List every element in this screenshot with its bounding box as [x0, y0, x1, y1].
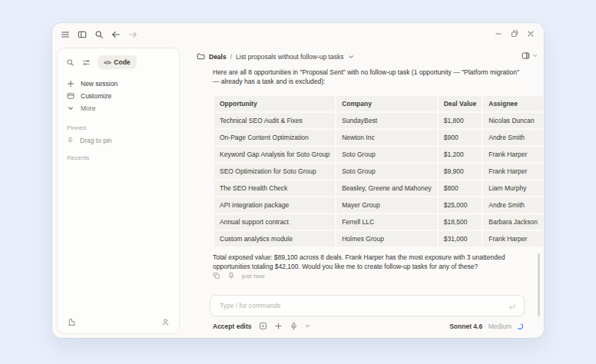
cell-assignee: Andre Smith — [483, 130, 543, 145]
sidebar-item-more[interactable]: More — [62, 102, 174, 114]
workspace-icon[interactable] — [67, 317, 76, 326]
close-icon[interactable] — [526, 29, 535, 38]
panel-right-toggle[interactable] — [522, 51, 538, 60]
pin-icon — [67, 137, 74, 144]
cell-opportunity: Technical SEO Audit & Fixes — [214, 113, 335, 128]
cell-deal-value: $25,000 — [439, 197, 482, 213]
message-timestamp: just now — [242, 273, 264, 280]
cell-assignee: Barbara Jackson — [483, 214, 543, 230]
window-controls — [494, 29, 535, 38]
filter-icon[interactable] — [81, 58, 91, 67]
table-row: Annual support contract Ferrell LLC $18,… — [214, 214, 543, 230]
restore-icon[interactable] — [510, 29, 518, 38]
cell-assignee: Frank Harper — [483, 231, 543, 247]
cell-company: Beasley, Greene and Mahoney — [336, 180, 437, 196]
column-header-company: Company — [336, 96, 437, 111]
table-header-row: Opportunity Company Deal Value Assignee — [214, 96, 543, 111]
cell-deal-value: $18,500 — [439, 214, 482, 230]
sidebar-nav: New session Customize More — [58, 74, 179, 114]
cell-company: Soto Group — [336, 147, 437, 162]
drag-to-pin-hint: Drag to pin — [58, 137, 179, 144]
assistant-message-summary: Total exposed value: $89,100 across 8 de… — [213, 253, 523, 271]
recents-section-label: Recents — [58, 154, 179, 161]
cell-opportunity: Custom analytics module — [214, 231, 335, 247]
table-row: API integration package Mayer Group $25,… — [214, 197, 543, 213]
composer-toolbar-left: Accept edits — [213, 322, 310, 330]
cell-deal-value: $1,200 — [439, 147, 482, 162]
cell-assignee: Andre Smith — [483, 197, 543, 213]
chevron-down-icon — [66, 104, 74, 113]
composer — [210, 295, 525, 316]
sidebar-item-label: New session — [81, 80, 118, 88]
pin-icon[interactable] — [227, 272, 235, 280]
cell-assignee: Frank Harper — [483, 164, 543, 179]
history-search-icon[interactable] — [65, 58, 74, 67]
code-mode-badge[interactable]: </> Code — [98, 55, 137, 69]
cell-opportunity: SEO Optimization for Soto Group — [214, 164, 335, 179]
titlebar-left — [60, 29, 138, 40]
chevron-down-icon — [348, 54, 354, 60]
account-icon[interactable] — [161, 317, 170, 326]
breadcrumb-page-title[interactable]: List proposals without follow-up tasks — [236, 53, 343, 61]
copy-icon[interactable] — [213, 272, 220, 280]
cell-deal-value: $9,900 — [439, 164, 482, 179]
command-input[interactable] — [210, 296, 524, 316]
loading-spinner-icon — [516, 323, 524, 330]
column-header-assignee: Assignee — [483, 96, 543, 111]
search-icon[interactable] — [94, 29, 104, 40]
menu-icon[interactable] — [60, 29, 71, 40]
cell-assignee: Nicolas Duncan — [483, 113, 543, 128]
table-row: The SEO Health Check Beasley, Greene and… — [214, 180, 543, 196]
edit-mode-icon[interactable] — [259, 322, 267, 330]
breadcrumb[interactable]: Deals / List proposals without follow-up… — [197, 52, 354, 61]
forward-icon[interactable] — [127, 29, 138, 40]
assistant-message-intro: Here are all 8 opportunities in "Proposa… — [213, 68, 523, 86]
panel-right-icon — [522, 51, 530, 60]
back-icon[interactable] — [111, 29, 121, 40]
sidebar-footer — [67, 317, 170, 326]
table-row: Technical SEO Audit & Fixes SundayBest $… — [214, 113, 543, 128]
chevron-down-icon[interactable] — [305, 323, 310, 329]
attach-plus-icon[interactable] — [274, 322, 283, 330]
folder-icon — [197, 52, 205, 61]
drag-to-pin-label: Drag to pin — [80, 137, 112, 144]
panel-left-icon[interactable] — [77, 29, 88, 40]
cell-company: Mayer Group — [336, 197, 437, 213]
composer-toolbar-right: Sonnet 4.6 · Medium — [449, 323, 524, 330]
table-row: Custom analytics module Holmes Group $31… — [214, 231, 543, 247]
column-header-deal-value: Deal Value — [439, 96, 482, 111]
cell-company: Ferrell LLC — [336, 214, 437, 230]
sidebar-item-new-session[interactable]: New session — [62, 78, 174, 90]
breadcrumb-root[interactable]: Deals — [209, 53, 227, 61]
cell-company: Holmes Group — [336, 231, 437, 247]
sidebar: </> Code New session Customize — [57, 48, 180, 334]
minimize-icon[interactable] — [494, 29, 502, 38]
sidebar-item-label: More — [81, 104, 95, 112]
app-window: </> Code New session Customize — [52, 23, 544, 338]
code-badge-label: Code — [114, 58, 130, 66]
microphone-icon[interactable] — [290, 322, 298, 330]
cell-opportunity: The SEO Health Check — [214, 180, 335, 196]
content-scrollbar[interactable] — [538, 253, 540, 316]
table-row: SEO Optimization for Soto Group Soto Gro… — [214, 164, 543, 179]
cell-opportunity: Annual support contract — [214, 214, 335, 230]
table-row: Keyword Gap Analysis for Soto Group Soto… — [214, 147, 543, 162]
pinned-section-label: Pinned — [58, 124, 179, 131]
cell-assignee: Frank Harper — [483, 147, 543, 162]
model-separator: · — [485, 323, 487, 330]
cell-opportunity: On-Page Content Optimization — [214, 130, 335, 145]
customize-icon — [66, 92, 74, 101]
cell-assignee: Liam Murphy — [483, 180, 543, 196]
table-row: On-Page Content Optimization Newton Inc … — [214, 130, 543, 145]
sidebar-item-label: Customize — [81, 92, 111, 100]
cell-deal-value: $31,000 — [439, 231, 482, 247]
cell-opportunity: Keyword Gap Analysis for Soto Group — [214, 147, 335, 162]
composer-toolbar: Accept edits Sonnet 4.6 · Mediu — [213, 322, 524, 330]
model-name: Sonnet 4.6 — [449, 323, 482, 330]
edit-mode-selector[interactable]: Accept edits — [213, 323, 252, 330]
deals-table: Opportunity Company Deal Value Assignee … — [213, 94, 545, 248]
cell-opportunity: API integration package — [214, 197, 335, 213]
plus-icon — [66, 80, 74, 88]
model-selector[interactable]: Sonnet 4.6 · Medium — [449, 323, 512, 330]
sidebar-item-customize[interactable]: Customize — [62, 90, 174, 102]
